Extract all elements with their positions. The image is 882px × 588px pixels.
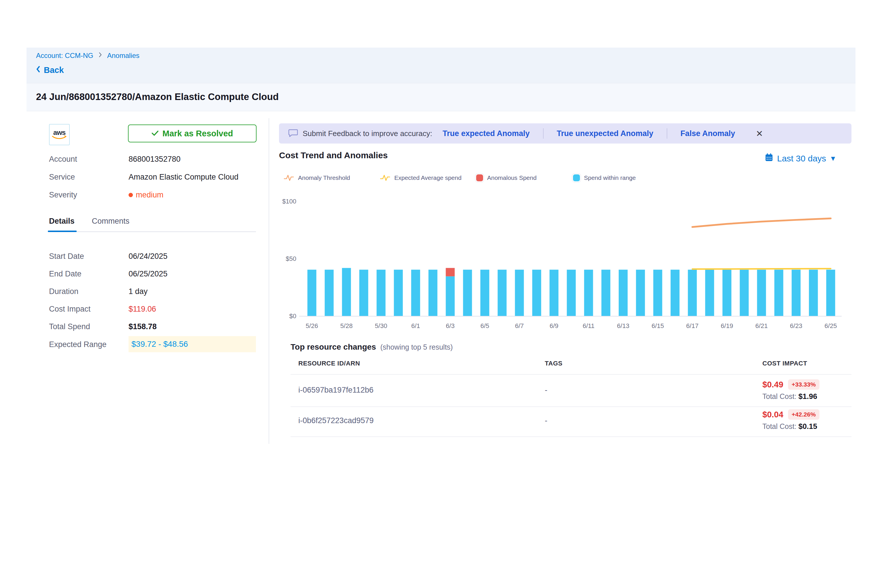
cost-trend-chart: $0$50$1005/265/285/306/16/36/56/76/96/11… — [282, 188, 856, 334]
service-label: Service — [49, 172, 75, 182]
legend-label: Anomaly Threshold — [298, 174, 350, 181]
breadcrumb-account-link[interactable]: Account: CCM-NG — [36, 52, 93, 60]
svg-text:6/13: 6/13 — [617, 322, 630, 330]
resource-id-link[interactable]: i-06597ba197fe112b6 — [298, 386, 374, 394]
column-header-cost-impact: COST IMPACT — [762, 360, 807, 367]
severity-label: Severity — [49, 190, 77, 200]
active-tab-underline — [48, 231, 76, 232]
expected-range-highlight: $39.72 - $48.56 — [129, 336, 256, 352]
account-value: 868001352780 — [129, 155, 180, 164]
total-cost-label: Total Cost: — [762, 392, 796, 400]
page-title: 24 Jun/868001352780/Amazon Elastic Compu… — [36, 92, 279, 102]
feedback-label: Submit Feedback to improve accuracy: — [303, 129, 432, 138]
feedback-separator — [543, 128, 544, 139]
title-band: 24 Jun/868001352780/Amazon Elastic Compu… — [27, 83, 855, 111]
svg-text:6/11: 6/11 — [582, 322, 594, 330]
aws-logo-text: aws — [53, 130, 65, 135]
legend-label: Anomalous Spend — [487, 174, 537, 181]
date-range-label: Last 30 days — [777, 154, 826, 164]
breadcrumb: Account: CCM-NG Anomalies — [36, 52, 140, 60]
end-date-value: 06/25/2025 — [129, 270, 168, 278]
total-cost-value: $1.96 — [798, 392, 817, 400]
impact-amount: $0.04 — [762, 410, 783, 419]
legend-anomalous-spend: Anomalous Spend — [476, 172, 537, 183]
duration-value: 1 day — [129, 287, 148, 296]
expected-range-value: $39.72 - $48.56 — [131, 339, 188, 349]
legend-label: Expected Average spend — [394, 174, 462, 181]
back-button[interactable]: Back — [35, 65, 64, 75]
chat-bubble-icon — [288, 128, 298, 139]
severity-dot-icon — [129, 193, 133, 197]
feedback-true-expected-link[interactable]: True expected Anomaly — [442, 129, 530, 138]
cost-impact-value: $119.06 — [129, 304, 156, 314]
svg-text:5/26: 5/26 — [306, 322, 318, 330]
resolve-button-label: Mark as Resolved — [162, 129, 233, 138]
resource-table-title-text: Top resource changes — [291, 342, 376, 351]
account-label: Account — [49, 155, 77, 164]
pulse-line-icon — [284, 174, 294, 182]
account-row: Account 868001352780 — [49, 154, 256, 164]
caret-down-icon: ▼ — [830, 154, 837, 163]
pulse-line-icon — [380, 174, 390, 182]
tab-divider — [48, 231, 256, 232]
chart-canvas: $0$50$1005/265/285/306/16/36/56/76/96/11… — [282, 188, 856, 334]
severity-value: medium — [136, 190, 164, 200]
calendar-icon — [764, 153, 774, 164]
close-icon[interactable]: ✕ — [756, 129, 763, 139]
check-icon — [152, 129, 159, 138]
chart-title: Cost Trend and Anomalies — [279, 150, 388, 160]
svg-text:6/5: 6/5 — [480, 322, 489, 330]
resource-table-subtitle: (showing top 5 results) — [378, 343, 453, 351]
total-cost-value: $0.15 — [798, 422, 817, 430]
legend-expected-average: Expected Average spend — [380, 172, 462, 183]
svg-text:6/25: 6/25 — [825, 322, 837, 330]
column-header-tags: TAGS — [545, 360, 562, 367]
aws-logo: aws — [49, 124, 70, 145]
tab-comments[interactable]: Comments — [92, 217, 130, 226]
resource-tags: - — [545, 386, 548, 394]
svg-text:6/19: 6/19 — [721, 322, 733, 330]
panel-divider — [268, 118, 269, 444]
impact-percent-badge: +33.33% — [788, 380, 820, 390]
feedback-false-anomaly-link[interactable]: False Anomaly — [681, 129, 735, 138]
feedback-banner: Submit Feedback to improve accuracy: Tru… — [279, 123, 852, 144]
svg-text:$100: $100 — [282, 198, 296, 205]
date-range-selector[interactable]: Last 30 days ▼ — [764, 153, 837, 164]
legend-label: Spend within range — [584, 174, 636, 181]
total-cost-label: Total Cost: — [762, 422, 796, 430]
breadcrumb-anomalies-link[interactable]: Anomalies — [107, 52, 140, 60]
anomaly-detail-page: Account: CCM-NG Anomalies Back 24 Jun/86… — [0, 0, 882, 588]
svg-text:5/28: 5/28 — [340, 322, 353, 330]
svg-text:5/30: 5/30 — [375, 322, 387, 330]
feedback-separator — [667, 128, 667, 139]
breadcrumb-band: Account: CCM-NG Anomalies Back — [27, 48, 855, 83]
impact-percent-badge: +42.26% — [788, 409, 820, 420]
duration-label: Duration — [49, 287, 78, 296]
resource-tags: - — [545, 416, 548, 425]
severity-row: Severity medium — [49, 190, 256, 200]
start-date-label: Start Date — [49, 252, 84, 261]
mark-as-resolved-button[interactable]: Mark as Resolved — [128, 124, 256, 142]
detail-tabs: Details Comments — [49, 217, 129, 226]
column-header-resource: RESOURCE ID/ARN — [298, 360, 360, 367]
expected-range-label: Expected Range — [49, 340, 106, 349]
svg-text:6/23: 6/23 — [790, 322, 802, 330]
legend-spend-within-range: Spend within range — [573, 172, 636, 183]
tab-details[interactable]: Details — [49, 217, 75, 226]
feedback-true-unexpected-link[interactable]: True unexpected Anomaly — [557, 129, 653, 138]
svg-text:6/9: 6/9 — [550, 322, 559, 330]
table-divider — [291, 436, 852, 437]
chevron-left-icon — [35, 65, 41, 75]
cost-impact-label: Cost Impact — [49, 304, 90, 314]
start-date-value: 06/24/2025 — [129, 252, 168, 261]
cost-impact-cell: $0.49 +33.33% Total Cost: $1.96 — [762, 380, 819, 401]
svg-text:6/3: 6/3 — [446, 322, 455, 330]
aws-smile-icon — [51, 135, 68, 140]
svg-text:6/21: 6/21 — [756, 322, 768, 330]
svg-text:6/17: 6/17 — [686, 322, 699, 330]
back-label: Back — [44, 65, 64, 75]
svg-text:$0: $0 — [290, 312, 296, 320]
svg-text:$50: $50 — [286, 255, 296, 262]
blue-square-icon — [573, 174, 580, 181]
resource-id-link[interactable]: i-0b6f257223cad9579 — [298, 416, 374, 425]
